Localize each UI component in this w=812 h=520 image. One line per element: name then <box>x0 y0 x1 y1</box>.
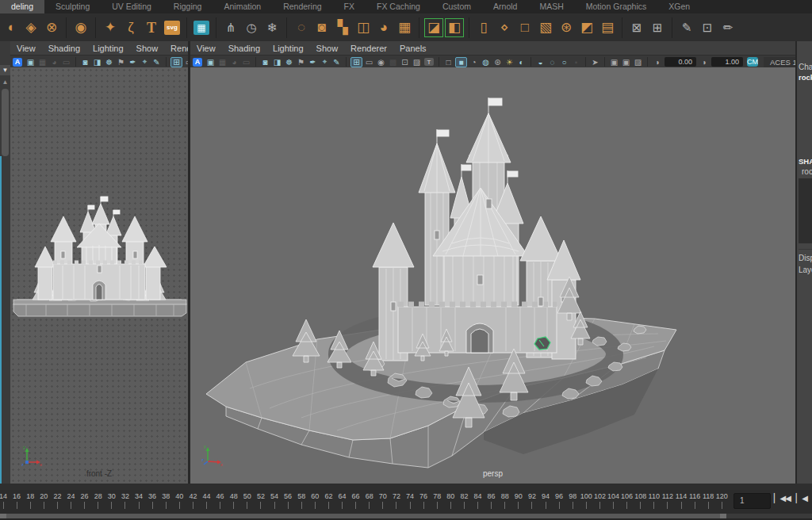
camera-attributes-icon[interactable]: ☸ <box>103 58 115 67</box>
grid-toggle-button[interactable]: ⊞ <box>170 57 182 67</box>
circularize-icon[interactable]: ◌ <box>292 18 311 37</box>
workspace-tab-rendering[interactable]: Rendering <box>272 0 332 13</box>
front-menu-view[interactable]: View <box>10 44 42 53</box>
shadows-icon[interactable]: ◐ <box>515 58 527 67</box>
exposure-field[interactable]: 0.00 <box>665 57 696 67</box>
step-back-frame-button[interactable]: ▏◀ <box>796 493 807 503</box>
boolean-icon[interactable]: ◕ <box>374 18 393 37</box>
camera-lock-icon[interactable]: ◨ <box>271 58 283 67</box>
mirror-icon[interactable]: ◫ <box>354 18 373 37</box>
shaded-wire-icon[interactable]: ◔ <box>468 58 480 67</box>
select-highlight-button[interactable]: A <box>193 58 202 67</box>
time-slider[interactable]: 1416182022242628303234363840424446485052… <box>0 490 728 514</box>
select-highlight-button[interactable]: A <box>13 58 22 67</box>
camera-icon[interactable]: ◙ <box>79 58 91 67</box>
scrollbar-thumb[interactable] <box>2 89 9 156</box>
persp-menu-view[interactable]: View <box>190 44 222 53</box>
ambient-occlusion-icon[interactable]: ◒ <box>534 58 546 67</box>
camera-attributes-icon[interactable]: ☸ <box>283 58 295 67</box>
workspace-tab-fx-caching[interactable]: FX Caching <box>366 0 431 13</box>
camera-lock-icon[interactable]: ◨ <box>91 58 103 67</box>
xray-joints-icon[interactable]: ▣ <box>620 58 632 67</box>
wire-on-shaded-icon[interactable]: ⊛ <box>492 58 504 67</box>
gamma-field[interactable]: 1.00 <box>711 57 743 67</box>
wireframe-icon[interactable]: □ <box>442 58 454 67</box>
hud-icon[interactable]: T <box>424 58 434 66</box>
grayed-icon-1[interactable]: ▦ <box>216 58 228 67</box>
current-frame-field[interactable]: 1 <box>733 493 771 509</box>
persp-menu-lighting[interactable]: Lighting <box>266 44 310 53</box>
workspace-tab-fx[interactable]: FX <box>333 0 366 13</box>
grayed-icon-3[interactable]: ▭ <box>240 58 252 67</box>
persp-menu-shading[interactable]: Shading <box>222 44 266 53</box>
isolate-select-icon[interactable]: ➤ <box>589 58 601 67</box>
pencil-icon[interactable]: ✎ <box>151 58 163 67</box>
workspace-tab-xgen[interactable]: XGen <box>657 0 701 13</box>
bookmark-icon[interactable]: ⚑ <box>115 58 127 67</box>
persp-viewport-canvas[interactable]: y x z persp <box>190 67 795 484</box>
grayed-icon-1[interactable]: ▦ <box>36 58 48 67</box>
display-tab[interactable]: Displa <box>799 254 812 262</box>
workspace-tab-animation[interactable]: Animation <box>213 0 272 13</box>
grayed-icon-3[interactable]: ▭ <box>60 58 72 67</box>
xray-icon[interactable]: ▣ <box>608 58 620 67</box>
uv-editor-icon[interactable]: ▦ <box>193 21 209 35</box>
joint-tool-icon[interactable]: ⋔ <box>221 18 240 37</box>
shaded-button[interactable]: ■ <box>455 57 467 67</box>
persp-menu-show[interactable]: Show <box>310 44 345 53</box>
exposure-toggle-icon[interactable]: ◑ <box>651 58 663 67</box>
pivot-icon[interactable]: ⌖ <box>319 57 331 67</box>
freeze-transform-icon[interactable]: ❄ <box>262 18 282 37</box>
scroll-up-icon[interactable]: ▲ <box>0 78 10 86</box>
gamma-toggle-icon[interactable]: ◑ <box>698 58 710 67</box>
grayed-icon-2[interactable]: ◕ <box>48 58 60 67</box>
curve-helix-icon[interactable]: ζ <box>121 18 140 37</box>
persp-menu-panels[interactable]: Panels <box>393 44 433 53</box>
pivot-icon[interactable]: ⌖ <box>139 57 151 67</box>
grid-toggle-button[interactable]: ⊞ <box>350 57 362 67</box>
delete-history-icon[interactable]: ◷ <box>242 18 261 37</box>
combine-icon[interactable]: ▚ <box>333 18 352 37</box>
star-primitive-icon[interactable]: ✦ <box>101 18 120 37</box>
persp-menu-renderer[interactable]: Renderer <box>344 44 393 53</box>
pencil-tool-icon[interactable]: ✏ <box>718 18 737 37</box>
bridge-icon[interactable]: ◪ <box>424 18 443 37</box>
workspace-tab-mash[interactable]: MASH <box>528 0 574 13</box>
exposure-window-icon[interactable]: ▨ <box>632 58 644 67</box>
fill-hole-icon[interactable]: ▦ <box>395 18 414 37</box>
shape-name[interactable]: rock7S <box>802 167 812 176</box>
workspace-tab-deling[interactable]: deling <box>0 0 44 13</box>
camera-icon[interactable]: ◙ <box>259 58 271 67</box>
panel-dropdown-icon[interactable]: ▼ <box>0 65 10 75</box>
bevel-icon[interactable]: ⋄ <box>495 18 514 37</box>
frame-icon[interactable]: ▣ <box>25 58 36 67</box>
image-plane-icon[interactable]: ▨ <box>411 58 423 67</box>
front-menu-lighting[interactable]: Lighting <box>86 44 130 53</box>
greyed-gate-icon[interactable]: ▪ <box>570 58 582 67</box>
left-scroll-strip[interactable]: ▼ ▲ <box>0 41 11 484</box>
resolution-gate-icon[interactable]: ◉ <box>375 58 387 67</box>
anti-alias-icon[interactable]: ○ <box>558 58 570 67</box>
curve-edit-icon[interactable]: ⊡ <box>698 18 717 37</box>
gate-mask-icon[interactable]: ▩ <box>387 58 399 67</box>
workspace-tab-sculpting[interactable]: Sculpting <box>44 0 101 13</box>
workspace-tab-rigging[interactable]: Rigging <box>163 0 213 13</box>
feather-icon[interactable]: ✒ <box>307 58 319 67</box>
svg-tool-icon[interactable]: svg <box>164 21 180 35</box>
color-management-button[interactable]: CM <box>747 57 758 67</box>
front-viewport-canvas[interactable]: y x z front -Z <box>10 67 188 484</box>
field-chart-icon[interactable]: ⊡ <box>399 58 411 67</box>
relax-icon[interactable]: ◙ <box>312 18 331 37</box>
open-cube-icon[interactable]: □ <box>515 18 534 37</box>
film-gate-icon[interactable]: ▭ <box>363 58 375 67</box>
colorspace-label[interactable]: ACES 1.0 SDR-video (s <box>764 57 795 67</box>
type-tool-icon[interactable]: T <box>142 18 161 37</box>
nurbs-sphere-icon[interactable]: ◖ <box>1 18 20 37</box>
motion-blur-icon[interactable]: ◌ <box>546 58 558 67</box>
channel-box-tab[interactable]: Chann <box>799 63 812 71</box>
sheet-stack-icon[interactable]: ▤ <box>598 18 617 37</box>
layers-tab[interactable]: Layers <box>799 266 812 274</box>
lights-icon[interactable]: ☀ <box>504 58 515 67</box>
pencil-icon[interactable]: ✎ <box>331 58 343 67</box>
workspace-tab-custom[interactable]: Custom <box>431 0 482 13</box>
